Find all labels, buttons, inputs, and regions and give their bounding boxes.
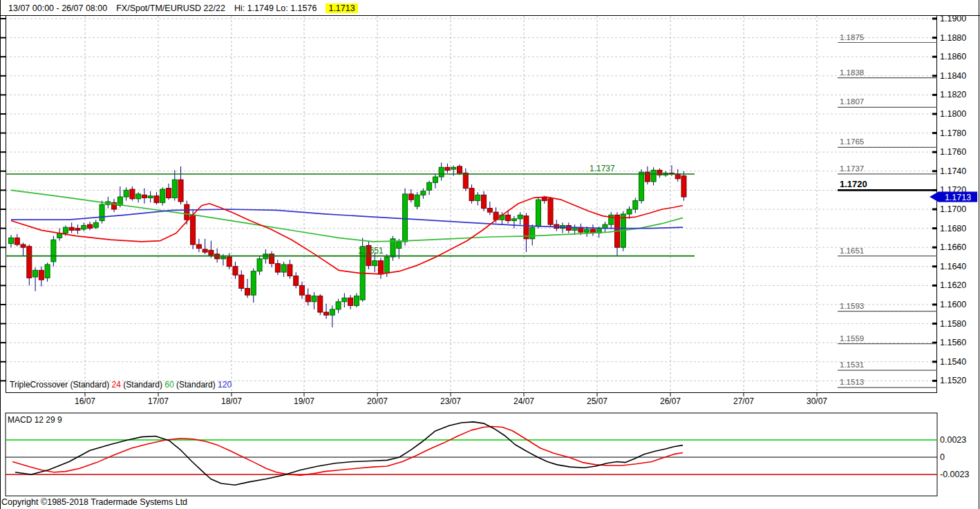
candle-down bbox=[196, 244, 201, 249]
candle-down bbox=[15, 238, 19, 244]
y-axis-label: 1.1860 bbox=[940, 52, 966, 61]
candle-down bbox=[69, 227, 74, 230]
candle-up bbox=[124, 190, 129, 197]
x-axis-label: 19/07 bbox=[294, 396, 314, 406]
candle-up bbox=[33, 270, 38, 277]
candle-down bbox=[408, 194, 413, 200]
y-axis-label: 1.1580 bbox=[940, 319, 966, 329]
candle-down bbox=[233, 267, 238, 275]
candle-down bbox=[681, 176, 686, 197]
legend-segment: 60 bbox=[164, 380, 173, 390]
x-axis-label: 24/07 bbox=[513, 396, 534, 406]
candle-down bbox=[482, 195, 487, 208]
candle-up bbox=[518, 215, 522, 219]
candle-down bbox=[324, 312, 329, 315]
candle-up bbox=[373, 261, 377, 266]
left-axis-tick bbox=[1, 247, 6, 248]
x-axis-label: 18/07 bbox=[221, 396, 242, 406]
candle-up bbox=[45, 265, 50, 278]
y-axis-label: 1.1520 bbox=[940, 376, 966, 385]
support-line-label: 1.1737 bbox=[590, 164, 615, 173]
ma120-line bbox=[11, 209, 683, 229]
legend-segment: 24 bbox=[112, 380, 121, 390]
title-bar: 13/07 00:00 - 26/07 08:00 FX/Spot/TM/EUR… bbox=[8, 2, 358, 15]
legend-segment: TripleCrossover (Standard) bbox=[10, 380, 112, 390]
x-axis-label: 20/07 bbox=[367, 396, 388, 406]
copyright-text: Copyright ©1985-2018 Tradermade Systems … bbox=[1, 497, 187, 507]
candle-up bbox=[330, 309, 334, 315]
candle-down bbox=[88, 224, 93, 229]
left-axis-tick bbox=[1, 323, 6, 325]
right-axis-tick bbox=[932, 285, 937, 287]
candle-down bbox=[288, 265, 292, 276]
candle-up bbox=[220, 257, 225, 259]
chart-window: { "title_bar": { "range": "13/07 00:00 -… bbox=[0, 0, 980, 509]
candle-down bbox=[178, 180, 183, 202]
left-axis-tick bbox=[1, 361, 6, 363]
chart-canvas[interactable]: 1.19001.18801.18601.18401.18201.18001.17… bbox=[0, 0, 980, 509]
candle-up bbox=[281, 265, 286, 272]
right-axis-tick bbox=[932, 170, 937, 172]
legend-segment: (Standard) bbox=[174, 380, 218, 390]
left-axis-tick bbox=[1, 94, 6, 95]
right-axis-tick bbox=[932, 94, 937, 96]
y-axis-label: 1.1800 bbox=[940, 109, 966, 119]
sr-level-label: 1.1559 bbox=[840, 334, 864, 343]
x-axis-label: 26/07 bbox=[660, 396, 681, 406]
x-axis-label: 16/07 bbox=[75, 396, 95, 406]
candle-up bbox=[651, 170, 656, 182]
right-axis-tick bbox=[932, 37, 937, 39]
candle-up bbox=[9, 238, 14, 243]
candle-up bbox=[530, 227, 535, 239]
sr-level-label: 1.1720 bbox=[840, 179, 867, 189]
x-axis-label: 27/07 bbox=[733, 396, 754, 406]
right-axis-tick bbox=[932, 75, 937, 77]
candle-up bbox=[354, 296, 359, 306]
candle-down bbox=[469, 189, 474, 201]
left-axis-tick bbox=[1, 171, 6, 172]
y-axis-label: 1.1600 bbox=[940, 300, 966, 309]
candle-up bbox=[136, 194, 141, 199]
y-axis-label: 1.1900 bbox=[940, 14, 966, 23]
left-axis-tick bbox=[1, 342, 6, 343]
candle-down bbox=[445, 167, 450, 170]
candle-down bbox=[21, 244, 26, 247]
left-axis-tick bbox=[1, 380, 6, 381]
y-axis-label: 1.1740 bbox=[940, 166, 966, 176]
candle-up bbox=[585, 229, 590, 232]
candle-down bbox=[542, 198, 547, 200]
candle-up bbox=[536, 200, 540, 227]
x-axis-label: 30/07 bbox=[807, 396, 827, 406]
candle-down bbox=[457, 166, 462, 173]
candle-up bbox=[421, 191, 426, 195]
legend-segment: (Standard) bbox=[121, 380, 164, 390]
last-price-arrow bbox=[930, 192, 939, 202]
y-axis-label: 1.1760 bbox=[940, 147, 966, 157]
right-axis-tick bbox=[932, 380, 937, 382]
candle-up bbox=[148, 196, 153, 198]
candle-up bbox=[257, 259, 262, 271]
right-axis-tick bbox=[932, 247, 937, 249]
left-axis-tick bbox=[1, 209, 6, 210]
triple-crossover-legend: TripleCrossover (Standard) 24 (Standard)… bbox=[10, 380, 232, 390]
title-last-price-highlight: 1.1713 bbox=[326, 3, 357, 13]
candle-down bbox=[154, 196, 159, 203]
right-axis-tick bbox=[932, 56, 937, 58]
candle-up bbox=[439, 167, 444, 177]
candle-up bbox=[451, 167, 456, 169]
candle-up bbox=[342, 298, 347, 302]
left-axis-tick bbox=[1, 189, 6, 191]
left-axis-tick bbox=[1, 228, 6, 229]
candle-up bbox=[627, 209, 632, 214]
sr-level-label: 1.1807 bbox=[840, 97, 864, 106]
right-axis-tick bbox=[932, 304, 937, 306]
sr-level-label: 1.1593 bbox=[840, 302, 864, 310]
y-axis-label: 1.1560 bbox=[940, 338, 966, 347]
left-axis-tick bbox=[1, 285, 6, 286]
title-symbol: FX/Spot/TM/EURUSD 22/22 bbox=[116, 3, 225, 13]
candle-down bbox=[245, 289, 250, 296]
left-axis-tick bbox=[1, 133, 6, 134]
last-price-label: 1.1713 bbox=[945, 193, 971, 202]
left-axis-tick bbox=[1, 18, 6, 19]
candle-down bbox=[39, 270, 44, 280]
